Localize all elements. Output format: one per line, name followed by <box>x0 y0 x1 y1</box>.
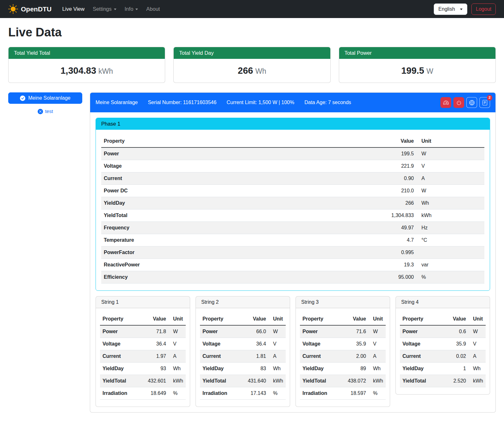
table-row: Irradiation17.143% <box>200 387 286 400</box>
string-card-1: String 1 Property Value Unit <box>96 296 190 407</box>
property-cell: YieldDay <box>101 197 339 209</box>
table-row: Frequency49.97Hz <box>101 222 484 234</box>
power-toggle-button[interactable] <box>453 97 464 108</box>
unit-cell: W <box>269 325 286 338</box>
summary-card-body: 266Wh <box>174 59 330 83</box>
unit-cell: Hz <box>416 222 484 234</box>
value-cell: 18.649 <box>139 387 169 400</box>
property-cell: Voltage <box>100 338 139 350</box>
table-row: YieldTotal438.072kWh <box>300 375 386 387</box>
property-cell: Power <box>300 325 339 338</box>
table-row: Power71.6W <box>300 325 386 338</box>
property-cell: Irradiation <box>100 387 139 400</box>
table-row: Voltage35.9V <box>300 338 386 350</box>
inverter-name: Meine Solaranlage <box>96 100 138 105</box>
language-value: English <box>439 6 455 12</box>
column-header-value: Value <box>439 313 469 325</box>
summary-value: 1,304.83 <box>60 65 96 76</box>
test-inverter-link[interactable]: test <box>8 109 82 114</box>
value-cell: 35.9 <box>339 338 369 350</box>
nav-links: Live View Settings Info About <box>59 3 434 15</box>
unit-cell: Wh <box>169 363 186 375</box>
property-cell: Current <box>101 172 339 185</box>
value-cell: 210.0 <box>339 185 416 197</box>
nav-item-info[interactable]: Info <box>121 3 142 15</box>
unit-cell: % <box>169 387 186 400</box>
table-row: Irradiation18.597% <box>300 387 386 400</box>
unit-cell: Wh <box>469 363 486 375</box>
inverter-sidebar: Meine Solaranlage test <box>8 92 82 114</box>
column-header-unit: Unit <box>416 135 484 147</box>
table-row: Power199.5W <box>101 147 484 160</box>
unit-cell: °C <box>416 234 484 246</box>
value-cell: 0.6 <box>439 325 469 338</box>
value-cell: 1.97 <box>139 350 169 363</box>
unit-cell: kWh <box>369 375 386 387</box>
inverter-select-button[interactable]: Meine Solaranlage <box>8 92 82 104</box>
column-header-property: Property <box>200 313 239 325</box>
property-cell: YieldDay <box>100 363 139 375</box>
brand[interactable]: OpenDTU <box>8 4 52 14</box>
limit-settings-button[interactable] <box>440 97 451 108</box>
logout-button[interactable]: Logout <box>471 3 496 15</box>
nav-item-label: Info <box>125 6 134 12</box>
column-header-property: Property <box>100 313 139 325</box>
summary-value: 266 <box>238 65 253 76</box>
summary-unit: W <box>426 67 433 75</box>
inverter-limit: Current Limit: 1,500 W | 100% <box>227 100 294 105</box>
value-cell: 36.4 <box>239 338 269 350</box>
unit-cell: A <box>369 350 386 363</box>
unit-cell: W <box>416 147 484 160</box>
string-table: Property Value Unit Power66.0W Voltage36… <box>200 313 286 400</box>
language-select[interactable]: English <box>434 3 467 15</box>
inverter-serial: Serial Number: 116171603546 <box>148 100 216 105</box>
table-row: YieldDay89Wh <box>300 363 386 375</box>
table-row: Power DC210.0W <box>101 185 484 197</box>
chevron-down-icon <box>114 9 116 10</box>
property-cell: Current <box>100 350 139 363</box>
property-cell: Power DC <box>101 185 339 197</box>
summary-card-total-yield-total: Total Yield Total 1,304.83kWh <box>8 47 165 83</box>
value-cell: 49.97 <box>339 222 416 234</box>
nav-item-about[interactable]: About <box>142 3 164 15</box>
table-row: Current1.81A <box>200 350 286 363</box>
table-row: Power71.8W <box>100 325 186 338</box>
column-header-property: Property <box>400 313 439 325</box>
cpu-icon <box>469 100 475 105</box>
value-cell: 1,304.833 <box>339 209 416 222</box>
phase-panel: Phase 1 Property Value Unit <box>96 118 490 291</box>
unit-cell: V <box>469 338 486 350</box>
power-icon <box>456 100 462 105</box>
journal-icon <box>482 100 488 105</box>
table-row: Voltage221.9V <box>101 160 484 172</box>
property-cell: Power <box>400 325 439 338</box>
value-cell: 0.02 <box>439 350 469 363</box>
property-cell: Current <box>200 350 239 363</box>
column-header-unit: Unit <box>269 313 286 325</box>
table-header-row: Property Value Unit <box>200 313 286 325</box>
property-cell: YieldTotal <box>300 375 339 387</box>
table-row: YieldDay266Wh <box>101 197 484 209</box>
property-cell: Current <box>400 350 439 363</box>
property-cell: YieldTotal <box>101 209 339 222</box>
inverter-select-label: Meine Solaranlage <box>28 95 70 101</box>
column-header-unit: Unit <box>169 313 186 325</box>
event-log-button[interactable]: 2 <box>479 97 490 108</box>
string-table: Property Value Unit Power71.6W Voltage35… <box>300 313 386 400</box>
table-header-row: Property Value Unit <box>300 313 386 325</box>
nav-item-live-view[interactable]: Live View <box>59 3 88 15</box>
summary-card-body: 199.5W <box>339 59 495 83</box>
value-cell: 438.072 <box>339 375 369 387</box>
property-cell: Temperature <box>101 234 339 246</box>
check-circle-icon <box>20 96 25 101</box>
inverter-card-header: Meine Solaranlage Serial Number: 1161716… <box>90 93 495 112</box>
nav-item-settings[interactable]: Settings <box>89 3 120 15</box>
table-row: Power66.0W <box>200 325 286 338</box>
unit-cell: W <box>416 185 484 197</box>
device-info-button[interactable] <box>466 97 477 108</box>
string-card-body: Property Value Unit Power71.6W Voltage35… <box>296 308 390 407</box>
chevron-down-icon <box>460 9 463 10</box>
value-cell: 2.00 <box>339 350 369 363</box>
unit-cell: A <box>169 350 186 363</box>
value-cell: 19.3 <box>339 259 416 271</box>
